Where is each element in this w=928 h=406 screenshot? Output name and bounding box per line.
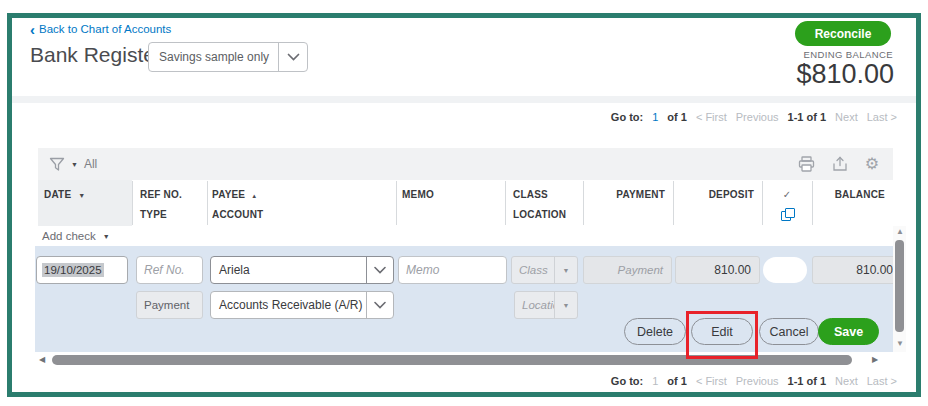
add-check-label: Add check (42, 230, 96, 242)
class-placeholder: Class (512, 257, 554, 283)
back-link-label: Back to Chart of Accounts (39, 23, 171, 35)
ref-no-input[interactable] (136, 256, 203, 284)
column-header-payment[interactable]: PAYMENT (583, 185, 665, 205)
column-header-refno-type[interactable]: REF NO. TYPE (140, 185, 182, 225)
row-range-label: 1-1 of 1 (788, 111, 827, 123)
print-icon[interactable] (798, 156, 815, 172)
toolbar-icons: ⚙ (798, 156, 879, 172)
page-of-label: of 1 (667, 375, 687, 387)
last-page-link[interactable]: Last > (867, 375, 897, 387)
go-to-label: Go to: (611, 375, 643, 387)
account-selector-dropdown[interactable]: Savings sample only (148, 42, 308, 72)
ending-balance-value: $810.00 (796, 59, 894, 90)
transaction-type-value: Payment (137, 292, 202, 318)
filter-control[interactable]: ▼ All (49, 157, 97, 172)
last-page-link[interactable]: Last > (867, 111, 897, 123)
column-header-deposit[interactable]: DEPOSIT (673, 185, 754, 205)
horizontal-scrollbar-thumb[interactable] (52, 355, 852, 365)
previous-page-link[interactable]: Previous (736, 375, 779, 387)
location-placeholder: Location (515, 292, 554, 318)
add-transaction-control[interactable]: Add check ▼ (38, 226, 893, 246)
page-number[interactable]: 1 (652, 111, 658, 123)
payee-value: Ariela (211, 257, 366, 283)
payee-combobox[interactable]: Ariela (210, 256, 394, 284)
register-toolbar: ▼ All ⚙ (38, 148, 893, 180)
scroll-up-icon[interactable]: ▲ (896, 228, 904, 236)
dropdown-triangle-icon: ▼ (554, 257, 577, 283)
sort-desc-icon: ▼ (78, 192, 85, 199)
page-of-label: of 1 (667, 111, 687, 123)
section-divider (12, 96, 916, 103)
first-page-link[interactable]: < First (696, 375, 727, 387)
deposit-amount-field[interactable]: 810.00 (675, 256, 760, 284)
account-combobox[interactable]: Accounts Receivable (A/R) (210, 291, 394, 319)
page-title: Bank Register (30, 43, 162, 67)
memo-input[interactable] (398, 256, 507, 284)
filter-dropdown-icon: ▼ (71, 161, 78, 168)
sort-asc-icon: ▲ (251, 193, 257, 199)
chevron-down-icon (278, 43, 307, 71)
export-icon[interactable] (832, 156, 848, 172)
batch-actions-icon[interactable] (781, 208, 794, 220)
scroll-left-icon[interactable]: ◀ (39, 356, 45, 364)
scroll-down-icon[interactable]: ▼ (896, 340, 904, 348)
checkmark-icon: ✓ (783, 185, 791, 205)
column-header-payee-account[interactable]: PAYEE ▲ ACCOUNT (212, 185, 263, 225)
payment-placeholder: Payment (584, 264, 671, 276)
balance-field: 810.00 (812, 256, 902, 284)
balance-value: 810.00 (813, 263, 901, 277)
edit-button[interactable]: Edit (691, 318, 753, 345)
class-select[interactable]: Class ▼ (511, 256, 578, 284)
column-header-memo[interactable]: MEMO (402, 185, 434, 205)
cancel-button[interactable]: Cancel (759, 318, 819, 345)
column-header-check: ✓ (768, 185, 806, 220)
account-selector-value: Savings sample only (149, 43, 278, 71)
transaction-type-select[interactable]: Payment (136, 291, 203, 319)
go-to-label: Go to: (611, 111, 643, 123)
scroll-right-icon[interactable]: ▶ (872, 356, 878, 364)
reconcile-status-checkbox[interactable] (763, 257, 807, 283)
gear-icon[interactable]: ⚙ (865, 156, 879, 172)
back-chevron-icon: ‹ (30, 24, 35, 35)
reconcile-button[interactable]: Reconcile (795, 21, 891, 46)
payment-amount-field[interactable]: Payment (583, 256, 672, 284)
filter-value: All (84, 157, 97, 171)
deposit-value: 810.00 (676, 263, 759, 277)
pagination-bottom: Go to: 1 of 1 < First Previous 1-1 of 1 … (560, 374, 897, 388)
delete-button[interactable]: Delete (624, 318, 686, 345)
column-header-balance[interactable]: BALANCE (812, 185, 885, 205)
back-to-chart-of-accounts-link[interactable]: ‹ Back to Chart of Accounts (30, 23, 171, 35)
pagination-top: Go to: 1 of 1 < First Previous 1-1 of 1 … (560, 110, 897, 124)
next-page-link[interactable]: Next (835, 111, 858, 123)
location-select[interactable]: Location ▼ (514, 291, 578, 319)
add-check-dropdown-icon: ▼ (103, 233, 110, 240)
row-range-label: 1-1 of 1 (788, 375, 827, 387)
next-page-link[interactable]: Next (835, 375, 858, 387)
date-value-selected: 19/10/2025 (42, 263, 104, 277)
chevron-down-icon (366, 257, 393, 283)
save-button[interactable]: Save (818, 318, 879, 345)
bank-register-screen: ‹ Back to Chart of Accounts Bank Registe… (0, 0, 928, 406)
first-page-link[interactable]: < First (696, 111, 727, 123)
vertical-scrollbar-thumb[interactable] (895, 240, 904, 332)
column-header-date[interactable]: DATE ▼ (44, 185, 85, 205)
column-header-class-location[interactable]: CLASS LOCATION (513, 185, 566, 225)
previous-page-link[interactable]: Previous (736, 111, 779, 123)
filter-funnel-icon (49, 157, 65, 172)
page-number[interactable]: 1 (652, 375, 658, 387)
account-value: Accounts Receivable (A/R) (211, 292, 366, 318)
dropdown-triangle-icon: ▼ (554, 292, 577, 318)
chevron-down-icon (366, 292, 393, 318)
date-input[interactable]: 19/10/2025 (36, 256, 128, 284)
